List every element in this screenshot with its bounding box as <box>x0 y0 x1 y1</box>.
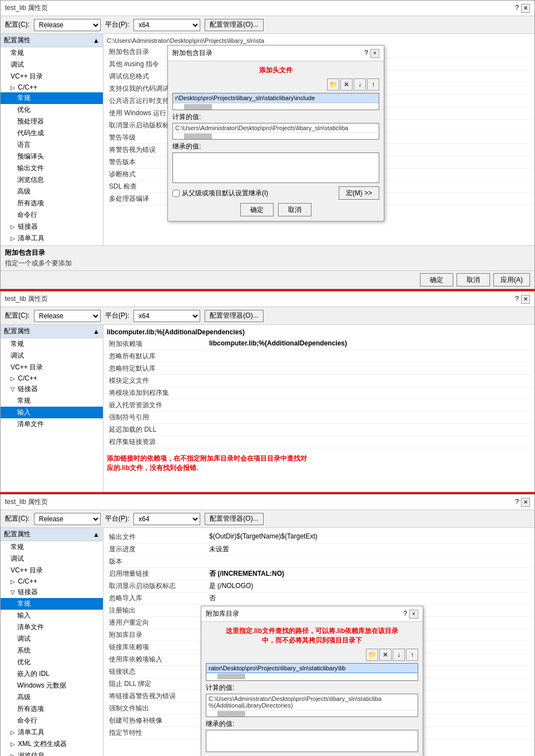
question-icon3: ? <box>515 498 519 507</box>
p3-debug[interactable]: 调试 <box>1 553 103 565</box>
dialog1-inherit-check: 从父级或项目默认设置继承(I) <box>172 189 268 198</box>
panel3-config-bar: 配置(C): Release 平台(P): x64 配置管理器(O)... <box>1 510 534 528</box>
sidebar-item-manifest[interactable]: ▷ 清单工具 <box>1 233 103 244</box>
p3-manifest[interactable]: ▷ 清单工具 <box>1 727 103 738</box>
close-button2[interactable]: ✕ <box>521 295 530 304</box>
p2-sidebar-linker-input[interactable]: 输入 <box>1 407 103 418</box>
dialog1-inherited-area <box>172 152 379 183</box>
panel1-cancel-btn[interactable]: 取消 <box>457 273 490 286</box>
p2-sidebar-debug[interactable]: 调试 <box>1 350 103 362</box>
p2-sidebar-linker[interactable]: ▽ 链接器 <box>1 383 103 395</box>
inherit-label: 从父级或项目默认设置继承(I) <box>182 189 268 198</box>
dialog1-computed-scroll[interactable] <box>173 132 379 139</box>
p3-linker-manifest[interactable]: 清单文件 <box>1 621 103 633</box>
dialog1-hscroll[interactable] <box>173 103 379 110</box>
sidebar-item-xml-doc[interactable]: ▷ XML 文档生成器 <box>1 244 103 245</box>
sidebar-item-codegen[interactable]: 代码生成 <box>1 127 103 139</box>
platform-select2[interactable]: x64 <box>133 310 200 322</box>
sidebar-item-linker[interactable]: ▷ 链接器 <box>1 221 103 233</box>
sidebar-item-cpp-general[interactable]: 常规 <box>1 92 103 104</box>
p3-linker-input[interactable]: 输入 <box>1 610 103 621</box>
dialog3-input-area: rator\Desktop\pro\Projects\libary_sln\st… <box>206 663 418 681</box>
p2-sidebar-cpp[interactable]: ▷ C/C++ <box>1 373 103 383</box>
dialog3-computed-scroll[interactable] <box>206 710 418 717</box>
close-button3[interactable]: ✕ <box>521 498 530 507</box>
p3-linker-idl[interactable]: 嵌入的 IDL <box>1 668 103 680</box>
dialog1-close[interactable]: × <box>370 49 379 58</box>
p2-sidebar-manifest[interactable]: 清单文件 <box>1 418 103 430</box>
inherit-checkbox[interactable] <box>172 190 180 197</box>
dialog3-down-btn[interactable]: ↓ <box>393 649 405 661</box>
platform-select[interactable]: x64 <box>133 19 200 31</box>
dialog1-controls: ? × <box>364 49 379 58</box>
sidebar-item-all-options[interactable]: 所有选项 <box>1 197 103 209</box>
dialog3-hscroll[interactable] <box>206 674 418 680</box>
panel1-ok-btn[interactable]: 确定 <box>420 273 453 286</box>
sidebar-item-browse[interactable]: 浏览信息 <box>1 174 103 186</box>
p3-general[interactable]: 常规 <box>1 541 103 553</box>
dialog3-delete-btn[interactable]: ✕ <box>379 649 392 661</box>
dialog1-ok-btn[interactable]: 确定 <box>240 203 274 216</box>
dialog3-up-btn[interactable]: ↑ <box>406 649 418 661</box>
config-mgr-btn[interactable]: 配置管理器(O)... <box>205 19 263 31</box>
config-select2[interactable]: Release <box>34 310 101 322</box>
p3-vc[interactable]: VC++ 目录 <box>1 565 103 576</box>
sidebar-item-vc-dirs[interactable]: VC++ 目录 <box>1 71 103 82</box>
close-button[interactable]: ✕ <box>521 4 530 13</box>
sidebar3-header: 配置属性 ▲ <box>1 528 103 541</box>
p3-linker-optimize[interactable]: 优化 <box>1 656 103 668</box>
panel3: test_lib 属性页 ? ✕ 配置(C): Release 平台(P): x… <box>0 494 535 756</box>
config-select3[interactable]: Release <box>34 513 101 525</box>
p3-linker-cmdline[interactable]: 命令行 <box>1 715 103 727</box>
dialog1-toolbar: 📁 ✕ ↓ ↑ <box>172 78 379 91</box>
dialog3-close[interactable]: × <box>409 610 418 619</box>
sidebar-item-optimization[interactable]: 优化 <box>1 104 103 116</box>
p3-linker[interactable]: ▽ 链接器 <box>1 586 103 598</box>
sidebar-item-cmdline[interactable]: 命令行 <box>1 209 103 221</box>
dialog1-folder-btn[interactable]: 📁 <box>327 78 339 91</box>
sidebar-item-language[interactable]: 语言 <box>1 139 103 151</box>
config-mgr-btn2[interactable]: 配置管理器(O)... <box>205 310 263 322</box>
p3-linker-general[interactable]: 常规 <box>1 598 103 610</box>
config-mgr-btn3[interactable]: 配置管理器(O)... <box>205 513 263 525</box>
p3-linker-allopts[interactable]: 所有选项 <box>1 703 103 715</box>
p3-linker-debug[interactable]: 调试 <box>1 633 103 645</box>
dialog3-folder-btn[interactable]: 📁 <box>366 649 378 661</box>
panel2-titlebar: test_lib 属性页 ? ✕ <box>1 291 534 307</box>
panel1-sidebar: 配置属性 ▲ 常规 调试 VC++ 目录 ▷ C/C++ 常规 优化 预处理器 … <box>1 34 103 245</box>
dialog3-title: 附加库目录 <box>206 609 239 619</box>
p2-sidebar-vc[interactable]: VC++ 目录 <box>1 362 103 373</box>
p3-xmldoc[interactable]: ▷ XML 文档生成器 <box>1 738 103 750</box>
dialog3-inherited-area <box>206 730 418 752</box>
dialog1-title: 附加包含目录 <box>172 48 212 58</box>
p3-browseinfo[interactable]: ▷ 浏览信息 <box>1 750 103 756</box>
dialog1-computed-area: C:\Users\Administrator\Desktop\pro\Proje… <box>172 123 379 140</box>
dialog1-up-btn[interactable]: ↑ <box>367 78 379 91</box>
config-select[interactable]: Release <box>34 19 101 31</box>
p3-linker-advanced[interactable]: 高级 <box>1 691 103 703</box>
p3-linker-system[interactable]: 系统 <box>1 645 103 656</box>
sidebar-item-general[interactable]: 常规 <box>1 47 103 59</box>
dialog1-delete-btn[interactable]: ✕ <box>340 78 353 91</box>
panel2-controls: ? ✕ <box>515 295 530 304</box>
dialog3-input-value[interactable]: rator\Desktop\pro\Projects\libary_sln\st… <box>206 664 418 673</box>
sidebar-item-pch[interactable]: 预编译头 <box>1 151 103 162</box>
panel3-titlebar: test_lib 属性页 ? ✕ <box>1 495 534 510</box>
sidebar-item-debug[interactable]: 调试 <box>1 59 103 71</box>
sidebar-item-cpp[interactable]: ▷ C/C++ <box>1 82 103 92</box>
p3-cpp[interactable]: ▷ C/C++ <box>1 576 103 586</box>
panel2-config-bar: 配置(C): Release 平台(P): x64 配置管理器(O)... <box>1 307 534 325</box>
p3-linker-winmeta[interactable]: Windows 元数据 <box>1 680 103 691</box>
dialog1-down-btn[interactable]: ↓ <box>354 78 366 91</box>
p2-sidebar-linker-general[interactable]: 常规 <box>1 395 103 407</box>
dialog1-cancel-btn[interactable]: 取消 <box>278 203 311 216</box>
macro-btn[interactable]: 宏(M) >> <box>339 186 379 200</box>
panel1-apply-btn[interactable]: 应用(A) <box>493 273 530 286</box>
dialog1-input-value[interactable]: r\Desktop\pro\Projects\libary_sln\static… <box>173 93 379 103</box>
platform-select3[interactable]: x64 <box>133 513 200 525</box>
sidebar-item-preprocessor[interactable]: 预处理器 <box>1 116 103 127</box>
sidebar-item-output[interactable]: 输出文件 <box>1 162 103 174</box>
sidebar-item-advanced[interactable]: 高级 <box>1 186 103 197</box>
p2-sidebar-general[interactable]: 常规 <box>1 338 103 350</box>
dialog1-computed-label: 计算的值: <box>172 112 379 122</box>
